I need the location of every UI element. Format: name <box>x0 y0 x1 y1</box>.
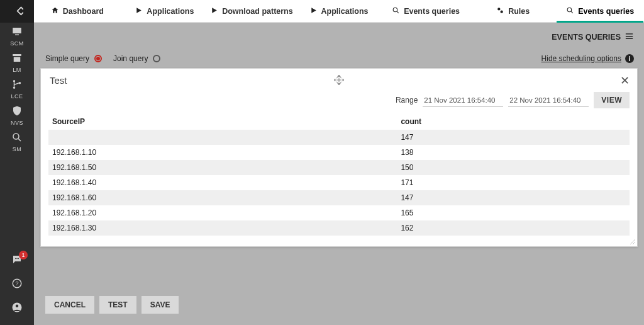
app-logo[interactable] <box>0 0 34 23</box>
svg-point-1 <box>13 80 15 82</box>
sidebar-item-scm[interactable]: SCM <box>0 23 34 49</box>
table-row[interactable]: 192.168.1.10138 <box>48 145 630 160</box>
col-header-sourceip[interactable]: SourceIP <box>48 113 397 130</box>
menu-icon <box>625 31 634 43</box>
search-icon <box>11 132 23 145</box>
sidebar-chat[interactable]: 1 <box>0 248 34 272</box>
cell-count: 138 <box>397 145 630 160</box>
radio-icon <box>94 55 102 62</box>
svg-point-7 <box>18 258 19 259</box>
tab-applications-1[interactable]: Applications <box>121 0 209 22</box>
tab-dashboard[interactable]: Dashboard <box>34 0 121 22</box>
range-label: Range <box>396 96 418 105</box>
sidebar-item-nvs[interactable]: NVS <box>0 102 34 128</box>
page-subheader[interactable]: EVENTS QUERIES <box>552 31 634 43</box>
cell-sourceip: 192.168.1.30 <box>48 220 397 236</box>
col-header-count[interactable]: count <box>397 113 630 130</box>
tab-events-queries-1[interactable]: Events queries <box>382 0 470 22</box>
cell-sourceip: 192.168.1.10 <box>48 145 397 160</box>
radio-simple-query[interactable]: Simple query <box>45 54 102 63</box>
sidebar-item-label: LCE <box>11 93 23 100</box>
search-icon <box>566 6 574 16</box>
archive-icon <box>11 52 23 66</box>
cell-sourceip <box>48 130 397 145</box>
table-row[interactable]: 192.168.1.40171 <box>48 175 630 190</box>
cell-sourceip: 192.168.1.50 <box>48 160 397 175</box>
test-button[interactable]: TEST <box>99 296 136 314</box>
radio-label: Join query <box>113 54 148 63</box>
svg-point-2 <box>13 86 15 88</box>
user-icon <box>11 302 23 315</box>
tab-download-patterns[interactable]: Download patterns <box>208 0 296 22</box>
left-sidebar: SCM LM LCE NVS SM 1 ? <box>0 0 34 325</box>
info-icon[interactable]: i <box>625 54 634 63</box>
radio-label: Simple query <box>45 54 89 63</box>
svg-point-4 <box>13 134 19 139</box>
range-from-input[interactable] <box>423 93 503 107</box>
cell-sourceip: 192.168.1.20 <box>48 205 397 220</box>
tab-label: Applications <box>321 7 369 16</box>
cell-count: 162 <box>397 220 630 236</box>
sidebar-help[interactable]: ? <box>0 272 34 296</box>
tab-label: Dashboard <box>63 7 104 16</box>
cell-count: 165 <box>397 205 630 220</box>
tab-label: Events queries <box>578 7 634 16</box>
range-bar: Range VIEW <box>41 88 637 113</box>
query-mode-bar: Simple query Join query <box>45 54 160 63</box>
svg-point-5 <box>15 258 16 259</box>
panel-title: Test <box>50 75 67 86</box>
sidebar-item-lm[interactable]: LM <box>0 49 34 76</box>
play-icon <box>210 6 218 16</box>
cell-count: 171 <box>397 175 630 190</box>
help-icon: ? <box>11 278 23 291</box>
sidebar-account[interactable] <box>0 296 34 320</box>
radio-icon <box>153 55 160 62</box>
tab-label: Events queries <box>404 7 460 16</box>
gears-icon <box>496 6 504 16</box>
svg-point-12 <box>393 8 397 12</box>
sidebar-item-label: SM <box>13 146 22 152</box>
search-icon <box>392 6 400 16</box>
tab-label: Rules <box>508 7 530 16</box>
sidebar-item-label: LM <box>13 67 21 73</box>
svg-point-11 <box>16 304 19 307</box>
tab-label: Applications <box>147 7 194 16</box>
save-button[interactable]: SAVE <box>142 296 179 314</box>
resize-handle-icon[interactable] <box>627 236 636 245</box>
shield-icon <box>11 105 23 118</box>
table-row[interactable]: 192.168.1.50150 <box>48 160 630 175</box>
sidebar-item-sm[interactable]: SM <box>0 128 34 155</box>
tab-applications-2[interactable]: Applications <box>296 0 383 22</box>
footer-actions: CANCEL TEST SAVE <box>45 296 179 314</box>
cell-count: 150 <box>397 160 630 175</box>
cancel-button[interactable]: CANCEL <box>45 296 94 314</box>
play-icon <box>135 6 143 16</box>
svg-point-15 <box>567 8 572 12</box>
range-to-input[interactable] <box>508 93 589 107</box>
tab-events-queries-2[interactable]: Events queries <box>557 0 644 22</box>
sidebar-item-lce[interactable]: LCE <box>0 76 34 102</box>
scheduling-toggle-link[interactable]: Hide scheduling options <box>541 54 621 63</box>
close-icon[interactable]: ✕ <box>620 75 630 86</box>
table-row[interactable]: 192.168.1.30162 <box>48 220 630 236</box>
drag-handle-icon[interactable] <box>334 75 344 87</box>
top-nav: Dashboard Applications Download patterns… <box>34 0 644 23</box>
svg-point-6 <box>16 258 18 259</box>
tab-rules[interactable]: Rules <box>470 0 557 22</box>
cell-sourceip: 192.168.1.60 <box>48 190 397 205</box>
svg-rect-0 <box>18 8 23 15</box>
table-row[interactable]: 192.168.1.20165 <box>48 205 630 220</box>
branch-icon <box>11 79 23 92</box>
sidebar-item-label: NVS <box>11 120 23 126</box>
radio-join-query[interactable]: Join query <box>113 54 160 63</box>
work-area: EVENTS QUERIES Simple query Join query H… <box>34 23 644 325</box>
results-table: SourceIP count 147192.168.1.10138192.168… <box>48 113 630 236</box>
view-button[interactable]: VIEW <box>594 92 630 108</box>
table-row[interactable]: 147 <box>48 130 630 145</box>
home-icon <box>51 6 59 16</box>
svg-point-13 <box>497 8 500 10</box>
play-icon <box>309 6 318 16</box>
table-row[interactable]: 192.168.1.60147 <box>48 190 630 205</box>
scheduling-toggle: Hide scheduling options i <box>541 54 634 63</box>
svg-text:?: ? <box>15 280 18 287</box>
